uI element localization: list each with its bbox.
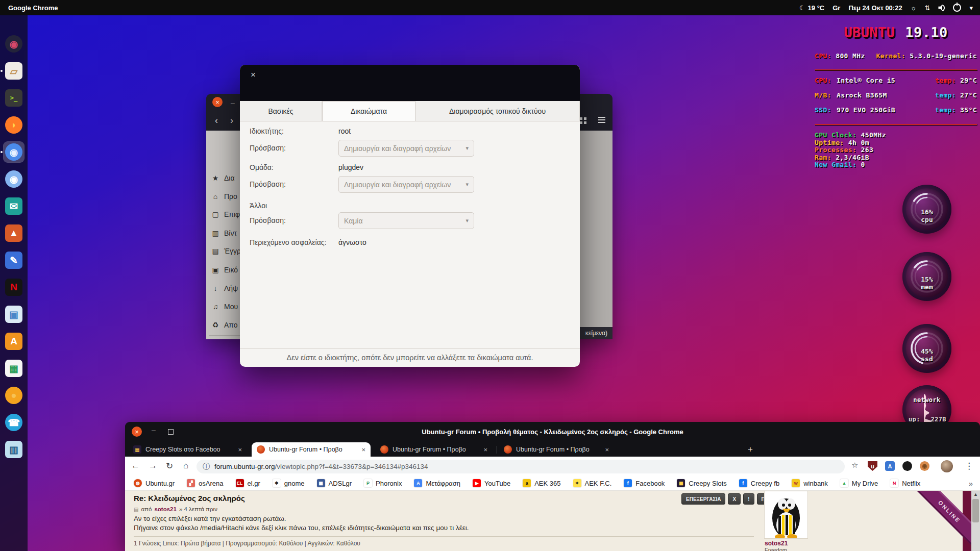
browser-tab-2[interactable]: Ubuntu-gr Forum • Προβο× — [375, 442, 493, 457]
chrome-titlebar: Ubuntu-gr Forum • Προβολή θέματος - Κλει… — [125, 422, 980, 441]
sidebar-item-6[interactable]: ↓Λήψ — [211, 284, 238, 292]
post-button-![interactable]: ! — [743, 493, 754, 505]
tab-Διαμοιρασμός τοπικού δικτύου[interactable]: Διαμοιρασμός τοπικού δικτύου — [415, 101, 580, 121]
power-icon[interactable] — [953, 4, 961, 12]
sidebar-item-5[interactable]: ▣Εικό — [211, 266, 238, 274]
sidebar-item-8[interactable]: ♻Απο — [211, 321, 238, 329]
post-author-name[interactable]: sotos21 — [765, 540, 788, 547]
owner-access-dropdown[interactable]: Δημιουργία και διαγραφή αρχείων ▾ — [338, 140, 474, 157]
dock-item-chrome-icon[interactable]: ◉ — [4, 142, 24, 162]
bookmark-Creepy Slots[interactable]: ▦Creepy Slots — [677, 479, 726, 487]
system-menu-caret-icon[interactable]: ▾ — [969, 4, 973, 12]
dock-item-stats-app-icon[interactable]: ▥ — [4, 439, 24, 460]
bookmark-Facebook[interactable]: fFacebook — [624, 479, 665, 487]
tampermonkey-icon[interactable]: ◉ — [920, 461, 929, 471]
chrome-close-button[interactable]: × — [132, 427, 142, 437]
sidebar-item-4[interactable]: ▤Έγγρ — [211, 247, 240, 255]
new-tab-button[interactable]: + — [748, 444, 753, 455]
dock-item-photos-icon[interactable]: ▣ — [4, 304, 24, 324]
bookmark-AEK 365[interactable]: aAEK 365 — [523, 479, 560, 487]
scrollbar-thumb[interactable] — [972, 499, 979, 522]
sidebar-item-0[interactable]: ★Δια — [211, 174, 235, 182]
bookmark-winbank[interactable]: wwinbank — [792, 479, 828, 487]
nautilus-minimize-button[interactable]: – — [231, 99, 235, 107]
bookmark-osArena[interactable]: ▞osArena — [187, 479, 223, 487]
chrome-maximize-button[interactable] — [168, 429, 174, 435]
bookmark-el.gr[interactable]: ELel.gr — [236, 479, 260, 487]
bookmark-Creepy fb[interactable]: fCreepy fb — [739, 479, 779, 487]
group-access-dropdown[interactable]: Δημιουργία και διαγραφή αρχείων ▾ — [338, 176, 474, 193]
post-button-X[interactable]: X — [728, 493, 741, 505]
tab-close-icon[interactable]: × — [483, 446, 487, 454]
tab-Δικαιώματα[interactable]: Δικαιώματα — [322, 101, 415, 121]
clock[interactable]: Πεμ 24 Οκτ 00:22 — [848, 4, 902, 12]
network-arrows-icon[interactable]: ⇅ — [925, 4, 930, 12]
night-light-icon[interactable]: ☼ — [911, 4, 917, 12]
forward-arrow-icon[interactable]: › — [226, 114, 238, 127]
tab-close-icon[interactable]: × — [361, 446, 365, 454]
profile-avatar[interactable] — [941, 460, 953, 472]
tab-title: Ubuntu-gr Forum • Προβο — [393, 446, 466, 453]
bookmark-YouTube[interactable]: ▶YouTube — [473, 479, 510, 487]
dock-item-files-icon[interactable]: ▱ — [4, 61, 24, 81]
browser-tab-3[interactable]: Ubuntu-gr Forum • Προβο× — [499, 442, 614, 457]
bookmark-gnome[interactable]: ❖gnome — [273, 479, 305, 487]
bookmark-label: ADSLgr — [329, 480, 352, 487]
browser-tab-0[interactable]: ▦Creepy Slots στο Faceboo× — [128, 442, 247, 457]
dock-item-mail-icon[interactable]: ✉ — [4, 196, 24, 216]
reload-icon[interactable]: ↻ — [166, 461, 173, 471]
sidebar-item-1[interactable]: ⌂Προ — [211, 192, 237, 201]
browser-tab-1[interactable]: Ubuntu-gr Forum • Προβο× — [252, 442, 371, 457]
volume-icon[interactable] — [938, 5, 945, 11]
address-bar[interactable]: ⓘ forum.ubuntu-gr.org /viewtopic.php?f=4… — [197, 460, 845, 473]
ublock-icon[interactable]: u — [868, 461, 877, 471]
dock-item-draw-app-icon[interactable]: ✎ — [4, 250, 24, 270]
view-grid-icon[interactable] — [580, 117, 582, 120]
dock-item-fruit-app-icon[interactable]: ● — [4, 385, 24, 406]
bookmark-star-icon[interactable]: ☆ — [851, 461, 858, 470]
forward-icon[interactable]: → — [149, 461, 157, 471]
nautilus-close-button[interactable]: × — [212, 97, 223, 107]
bookmark-Μετάφραση[interactable]: AΜετάφραση — [414, 479, 460, 487]
conky-stat-line: Ram: 2,3/4GiB — [815, 154, 977, 162]
home-icon[interactable]: ⌂ — [183, 461, 188, 471]
dock-item-terminal-icon[interactable]: >_ — [4, 88, 24, 108]
conky-hw-row: SSD:970 EVO 250GiBtemp: 35°C — [815, 106, 977, 121]
tab-close-icon[interactable]: × — [605, 446, 609, 454]
back-icon[interactable]: ← — [131, 461, 140, 471]
dock-item-firefox-icon[interactable]: ◗ — [4, 115, 24, 135]
sidebar-item-3[interactable]: ▥Βίντ — [211, 229, 237, 237]
dock-item-phone-app-icon[interactable]: ☎ — [4, 412, 24, 433]
bookmarks-overflow-icon[interactable]: » — [969, 479, 973, 488]
tab-close-icon[interactable]: × — [238, 446, 242, 454]
sidebar-item-7[interactable]: ♫Μου — [211, 303, 238, 311]
gnome-ext-icon[interactable] — [902, 461, 912, 471]
dock-item-distributor-logo-icon[interactable]: ◉ — [4, 34, 24, 54]
chrome-menu-icon[interactable]: ⋮ — [965, 461, 973, 471]
dock-item-calc-icon[interactable]: ▦ — [4, 358, 24, 379]
dock-item-transmission-icon[interactable]: ▲ — [4, 223, 24, 243]
others-access-dropdown[interactable]: Καμία ▾ — [338, 212, 474, 229]
tab-Βασικές[interactable]: Βασικές — [240, 101, 322, 121]
post-button-ΕΠΕΞΕΡΓΑΣΙΑ[interactable]: ΕΠΕΞΕΡΓΑΣΙΑ — [681, 493, 725, 505]
dialog-close-icon[interactable]: × — [247, 69, 259, 81]
keyboard-layout-indicator[interactable]: Gr — [832, 4, 840, 12]
page-scrollbar[interactable]: ▲ — [971, 491, 980, 551]
back-arrow-icon[interactable]: ‹ — [210, 114, 223, 127]
bookmark-My Drive[interactable]: ▲My Drive — [840, 479, 878, 487]
chrome-minimize-button[interactable]: – — [152, 426, 156, 434]
bookmark-Netflix[interactable]: NNetflix — [890, 479, 920, 487]
post-author-link[interactable]: sotos21 — [154, 506, 176, 512]
dock-item-netflix-icon[interactable]: N — [4, 277, 24, 297]
dock-item-chromium-icon[interactable]: ◉ — [4, 169, 24, 189]
bookmark-Ubuntu.gr[interactable]: ◍Ubuntu.gr — [134, 479, 175, 487]
site-info-icon[interactable]: ⓘ — [203, 462, 210, 471]
hamburger-menu-icon[interactable] — [598, 119, 605, 120]
dock-item-a-app-icon[interactable]: A — [4, 331, 24, 352]
bookmark-ADSLgr[interactable]: ▦ADSLgr — [317, 479, 352, 487]
sidebar-item-2[interactable]: ▢Επιφ — [211, 210, 240, 218]
bookmark-Phoronix[interactable]: PPhoronix — [364, 479, 402, 487]
bookmark-AEK F.C.[interactable]: ✦AEK F.C. — [573, 479, 612, 487]
translate-icon[interactable]: A — [885, 461, 895, 471]
weather-indicator[interactable]: ☾ 19 °C — [799, 4, 824, 12]
